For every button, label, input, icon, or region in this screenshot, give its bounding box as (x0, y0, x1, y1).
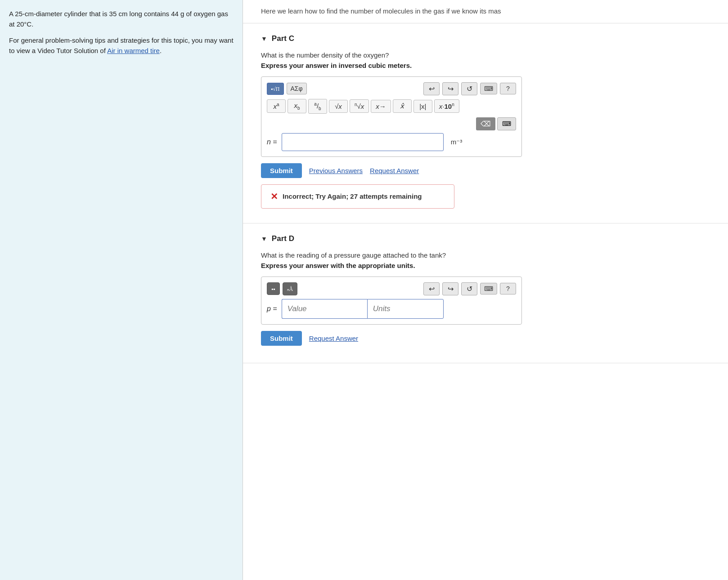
part-c-request-answer-btn[interactable]: Request Answer (370, 167, 419, 174)
nthroot-btn[interactable]: n√x (350, 99, 369, 113)
problem-text: A 25-cm-diameter cylinder that is 35 cm … (9, 9, 234, 29)
part-c-incorrect-box: ✕ Incorrect; Try Again; 27 attempts rema… (261, 184, 454, 209)
top-strip: Here we learn how to find the number of … (243, 0, 728, 23)
part-d-header: ▼ Part D (261, 234, 710, 243)
tip-text: For general problem-solving tips and str… (9, 36, 234, 56)
part-c-instruction: Express your answer in inversed cubic me… (261, 62, 710, 69)
part-c-prev-answers-btn[interactable]: Previous Answers (309, 167, 363, 174)
hat-btn[interactable]: x̂ (393, 99, 412, 113)
keyboard-btn[interactable]: ⌨ (480, 83, 497, 94)
vector-btn[interactable]: x→ (371, 100, 391, 113)
part-d-question: What is the reading of a pressure gauge … (261, 251, 710, 259)
part-d-section: ▼ Part D What is the reading of a pressu… (243, 223, 728, 363)
sci-notation-btn[interactable]: x·10n (434, 99, 459, 113)
part-d-keyboard-btn[interactable]: ⌨ (480, 283, 497, 294)
part-c-submit-btn[interactable]: Submit (261, 163, 302, 178)
part-c-chevron[interactable]: ▼ (261, 35, 267, 42)
part-d-math-container: ▪▪ ₙÅ ↩ ↪ ↺ ⌨ ? p = (261, 277, 522, 325)
part-c-toolbar-top: ▪√Π ΑΣφ ↩ ↪ ↺ ⌨ ? (267, 82, 516, 95)
part-d-undo-btn[interactable]: ↩ (423, 282, 440, 295)
part-c-math-label: n = (267, 138, 277, 146)
part-d-math-mode-btn[interactable]: ▪▪ (267, 282, 280, 295)
math-mode-btn[interactable]: ▪√Π (267, 83, 284, 95)
part-c-unit: m⁻³ (451, 138, 463, 146)
part-d-refresh-btn[interactable]: ↺ (461, 282, 477, 295)
part-d-submit-row: Submit Request Answer (261, 331, 710, 346)
left-panel: A 25-cm-diameter cylinder that is 35 cm … (0, 0, 243, 580)
part-d-redo-btn[interactable]: ↪ (442, 282, 458, 295)
video-tutor-link[interactable]: Air in warmed tire (107, 47, 160, 54)
subscript-btn[interactable]: xb (288, 99, 306, 113)
part-c-math-container: ▪√Π ΑΣφ ↩ ↪ ↺ ⌨ ? xa xb a/b √x n√x x→ x̂… (261, 76, 522, 157)
part-c-input-row: n = m⁻³ (267, 133, 516, 151)
part-d-submit-btn[interactable]: Submit (261, 331, 302, 346)
greek-mode-btn[interactable]: ΑΣφ (287, 83, 307, 94)
part-c-question: What is the number density of the oxygen… (261, 51, 710, 59)
part-d-instruction: Express your answer with the appropriate… (261, 262, 710, 269)
part-c-submit-row: Submit Previous Answers Request Answer (261, 163, 710, 178)
part-d-units-btn[interactable]: ₙÅ (283, 282, 298, 295)
undo-btn[interactable]: ↩ (423, 82, 440, 95)
redo-btn[interactable]: ↪ (442, 82, 458, 95)
abs-btn[interactable]: |x| (413, 100, 432, 113)
help-btn[interactable]: ? (500, 83, 516, 94)
part-c-answer-input[interactable] (282, 133, 444, 151)
part-c-symbol-toolbar: xa xb a/b √x n√x x→ x̂ |x| x·10n (267, 99, 516, 114)
refresh-btn[interactable]: ↺ (461, 82, 477, 95)
part-d-toolbar-top: ▪▪ ₙÅ ↩ ↪ ↺ ⌨ ? (267, 282, 516, 295)
right-panel: Here we learn how to find the number of … (243, 0, 728, 580)
part-c-title: Part C (272, 34, 294, 43)
part-d-units-input[interactable] (367, 299, 444, 319)
part-d-math-label: p = (267, 305, 277, 313)
fraction-btn[interactable]: a/b (308, 99, 327, 114)
part-c-header: ▼ Part C (261, 34, 710, 43)
part-d-title: Part D (272, 234, 294, 243)
part-d-chevron[interactable]: ▼ (261, 235, 267, 242)
part-d-value-input[interactable] (282, 299, 367, 319)
incorrect-text: Incorrect; Try Again; 27 attempts remain… (283, 192, 422, 200)
incorrect-icon: ✕ (270, 191, 278, 202)
part-d-value-units-row (282, 299, 444, 319)
part-c-section: ▼ Part C What is the number density of t… (243, 23, 728, 223)
sqrt-btn[interactable]: √x (329, 100, 348, 113)
part-c-action-row: ⌫ ⌨ (267, 117, 516, 130)
part-d-help-btn[interactable]: ? (500, 283, 516, 294)
superscript-btn[interactable]: xa (267, 99, 286, 113)
part-d-request-answer-btn[interactable]: Request Answer (309, 335, 358, 342)
keyboard-small-btn[interactable]: ⌨ (497, 117, 516, 130)
part-d-input-row: p = (267, 299, 516, 319)
delete-btn[interactable]: ⌫ (476, 117, 495, 130)
